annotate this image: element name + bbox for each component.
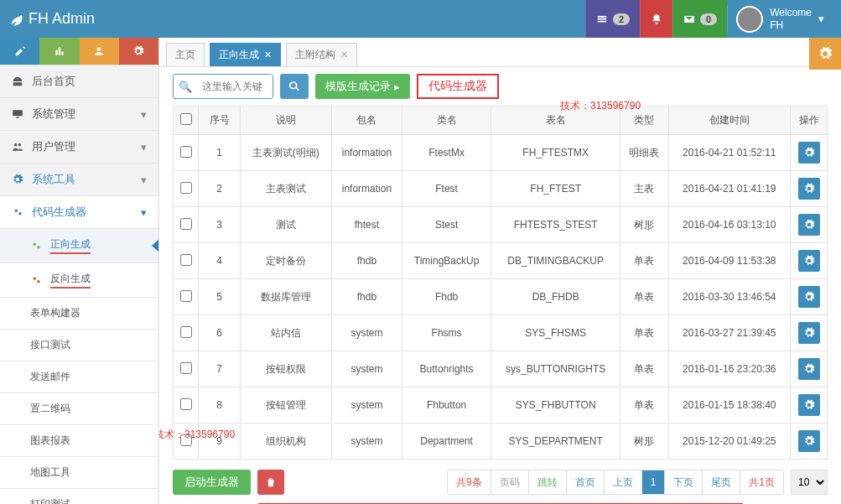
next-page[interactable]: 下页 [665, 470, 703, 494]
gear-icon [803, 363, 815, 375]
row-action-button[interactable] [798, 286, 820, 308]
settings-gear[interactable] [809, 38, 841, 70]
users-icon [93, 45, 105, 57]
cell-index: 2 [199, 171, 241, 207]
cell-timestamp: 2016-03-30 13:46:54 [668, 279, 790, 315]
tasks-badge: 2 [613, 13, 630, 25]
welcome-label: Welcome [770, 7, 812, 18]
sidebar-item-system[interactable]: 系统管理 ▾ [0, 98, 158, 131]
row-checkbox[interactable] [180, 398, 192, 410]
tabs-bar: 主页 正向生成✕ 主附结构✕ [159, 38, 841, 67]
cell-desc: 定时备份 [241, 243, 332, 279]
col-class: 类名 [402, 107, 491, 135]
tab-home[interactable]: 主页 [166, 43, 205, 66]
cell-class: Fhbutton [402, 387, 491, 423]
row-checkbox[interactable] [180, 254, 192, 266]
jump-button[interactable]: 跳转 [529, 470, 567, 494]
cell-index: 5 [199, 279, 241, 315]
sidebar-item-users[interactable]: 用户管理 ▾ [0, 131, 158, 164]
close-icon[interactable]: ✕ [340, 49, 348, 60]
cell-table: SYS_FHSMS [491, 315, 620, 351]
brand: FH Admin [8, 10, 95, 28]
tab-label: 主页 [175, 48, 195, 62]
row-action-button[interactable] [798, 178, 820, 200]
shortcut-settings[interactable] [119, 38, 158, 65]
row-checkbox[interactable] [180, 218, 192, 230]
delete-button[interactable] [257, 470, 284, 495]
tab-master-detail[interactable]: 主附结构✕ [286, 43, 357, 66]
gear-icon [803, 183, 815, 195]
chart-icon [54, 45, 65, 57]
sidebar-sub-map[interactable]: 地图工具 [0, 457, 158, 489]
last-page[interactable]: 尾页 [703, 470, 740, 494]
cell-package: system [331, 423, 402, 460]
row-action-button[interactable] [798, 250, 820, 272]
sidebar-sub-api[interactable]: 接口测试 [0, 330, 158, 361]
sidebar-label: 地图工具 [30, 465, 70, 480]
row-action-button[interactable] [798, 394, 820, 416]
cell-desc: 按钮权限 [241, 351, 332, 387]
row-action-button[interactable] [798, 214, 820, 236]
tab-forward[interactable]: 正向生成✕ [210, 43, 281, 66]
cell-type: 主表 [620, 171, 668, 207]
page-size-select[interactable]: 10 [791, 470, 828, 495]
data-table: 序号 说明 包名 类名 表名 类型 创建时间 操作 1主表测试(明细)infor… [173, 106, 828, 460]
cell-table: FH_FTESTMX [491, 135, 620, 171]
sidebar-label: 用户管理 [32, 139, 75, 154]
sidebar-item-dashboard[interactable]: 后台首页 [0, 65, 158, 98]
row-checkbox[interactable] [180, 182, 192, 194]
nav-alerts[interactable] [640, 0, 672, 38]
row-action-button[interactable] [798, 142, 820, 164]
select-all-checkbox[interactable] [180, 113, 192, 125]
desktop-icon [12, 108, 23, 120]
leaf-icon [8, 12, 23, 27]
search-button[interactable] [280, 74, 309, 99]
sidebar-item-tools[interactable]: 系统工具 ▾ [0, 164, 158, 196]
cell-class: Fhsms [402, 315, 491, 351]
gear-icon [803, 327, 815, 339]
cell-timestamp: 2016-01-16 23:20:36 [668, 351, 790, 387]
close-icon[interactable]: ✕ [264, 49, 272, 60]
shortcut-edit[interactable] [0, 38, 39, 65]
current-page[interactable]: 1 [642, 470, 666, 494]
shortcut-users[interactable] [80, 38, 119, 65]
sidebar-sub-mail[interactable]: 发送邮件 [0, 361, 158, 393]
sidebar-item-codegen[interactable]: 代码生成器 ▾ [0, 196, 158, 229]
nav-user[interactable]: Welcome FH ▾ [727, 6, 833, 33]
template-history-button[interactable]: 模版生成记录 ▸ [315, 74, 410, 99]
sidebar-sub-report[interactable]: 图表报表 [0, 425, 158, 457]
start-generator-button[interactable]: 启动生成器 [173, 470, 251, 495]
search-input[interactable] [197, 75, 273, 98]
sidebar-sub-forward[interactable]: 正向生成 [0, 229, 158, 263]
sidebar-label: 系统管理 [32, 107, 75, 122]
table-row: 1主表测试(明细)informationFtestMxFH_FTESTMX明细表… [174, 135, 828, 171]
sidebar-label: 置二维码 [30, 402, 70, 416]
group-icon [12, 141, 23, 153]
row-checkbox[interactable] [180, 326, 192, 338]
tasks-icon [596, 13, 608, 25]
cell-desc: 主表测试 [241, 171, 332, 207]
cell-table: SYS_DEPARTMENT [491, 423, 620, 460]
sidebar-label: 发送邮件 [30, 370, 70, 384]
cell-class: Ftest [402, 171, 491, 207]
navbar: FH Admin 2 0 Welcome FH ▾ [0, 0, 841, 38]
sidebar-label: 正向生成 [50, 237, 91, 254]
sidebar-sub-reverse[interactable]: 反向生成 [0, 263, 158, 298]
sidebar-sub-print[interactable]: 打印测试 [0, 489, 158, 504]
first-page[interactable]: 首页 [567, 470, 605, 494]
row-action-button[interactable] [798, 322, 820, 344]
row-checkbox[interactable] [180, 362, 192, 374]
row-checkbox[interactable] [180, 146, 192, 158]
nav-mail[interactable]: 0 [672, 0, 727, 38]
shortcut-stats[interactable] [39, 38, 79, 65]
row-action-button[interactable] [798, 358, 820, 380]
row-checkbox[interactable] [180, 434, 192, 446]
row-checkbox[interactable] [180, 290, 192, 302]
gear-icon [803, 255, 815, 267]
sidebar-sub-form[interactable]: 表单构建器 [0, 298, 158, 330]
prev-page[interactable]: 上页 [605, 470, 642, 494]
cell-type: 单表 [620, 387, 668, 423]
sidebar-sub-qr[interactable]: 置二维码 [0, 393, 158, 425]
row-action-button[interactable] [798, 430, 820, 452]
nav-tasks[interactable]: 2 [585, 0, 640, 38]
